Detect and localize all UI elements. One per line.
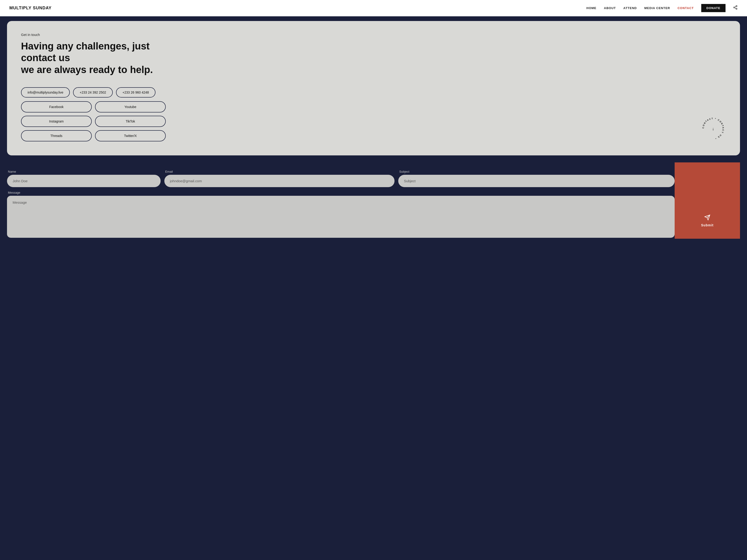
submit-panel: Submit: [675, 162, 740, 239]
svg-line-4: [735, 6, 736, 7]
name-field-group: Name: [7, 166, 161, 187]
subject-label: Subject: [398, 170, 675, 174]
twitter-button[interactable]: Twitter/X: [95, 130, 166, 141]
form-top-row: Name Email Subject: [7, 162, 675, 187]
nav-home[interactable]: HOME: [586, 6, 596, 10]
form-section: Name Email Subject Message: [0, 162, 747, 239]
page-wrapper: MULTIPLY SUNDAY HOME ABOUT ATTEND MEDIA …: [0, 0, 747, 239]
submit-label: Submit: [701, 223, 713, 227]
hero-card: Get in touch Having any challenges, just…: [7, 21, 740, 155]
svg-text:↓: ↓: [712, 127, 714, 131]
svg-line-3: [735, 8, 736, 8]
svg-point-1: [734, 7, 735, 8]
message-label: Message: [7, 191, 675, 194]
threads-button[interactable]: Threads: [21, 130, 92, 141]
nav-attend[interactable]: ATTEND: [623, 6, 637, 10]
navbar: MULTIPLY SUNDAY HOME ABOUT ATTEND MEDIA …: [0, 0, 747, 16]
nav-links: HOME ABOUT ATTEND MEDIA CENTER CONTACT D…: [586, 4, 738, 12]
subject-input[interactable]: [398, 175, 675, 187]
submit-button[interactable]: Submit: [701, 214, 713, 227]
email-input[interactable]: [164, 175, 395, 187]
get-in-touch-label: Get in touch: [21, 33, 726, 37]
name-input[interactable]: [7, 175, 161, 187]
donate-button[interactable]: DONATE: [701, 4, 725, 12]
tiktok-button[interactable]: TikTok: [95, 116, 166, 127]
site-logo: MULTIPLY SUNDAY: [9, 6, 52, 10]
share-button[interactable]: [733, 5, 738, 11]
facebook-button[interactable]: Facebook: [21, 101, 92, 112]
phone1-button[interactable]: +233 24 392 2502: [73, 87, 112, 98]
youtube-button[interactable]: Youtube: [95, 101, 166, 112]
nav-about[interactable]: ABOUT: [604, 6, 616, 10]
email-field-group: Email: [164, 166, 395, 187]
subject-field-group: Subject: [398, 166, 675, 187]
nav-contact[interactable]: CONTACT: [677, 6, 694, 10]
svg-point-2: [736, 8, 737, 9]
social-grid: Facebook Youtube Instagram TikTok Thread…: [21, 101, 166, 141]
message-field-group: Message: [7, 187, 675, 239]
fields-column: Name Email Subject Message: [7, 162, 675, 239]
instagram-button[interactable]: Instagram: [21, 116, 92, 127]
email-button[interactable]: info@multiplysunday.live: [21, 87, 70, 98]
email-label: Email: [164, 170, 395, 174]
name-label: Name: [7, 170, 161, 174]
form-and-submit: Name Email Subject Message: [7, 162, 740, 239]
svg-point-0: [736, 6, 737, 7]
hero-heading: Having any challenges, just contact us w…: [21, 41, 184, 76]
circular-badge: CONTACT * CONTACT US * ↓: [700, 116, 726, 141]
message-textarea[interactable]: [7, 196, 675, 238]
submit-icon: [704, 214, 710, 222]
hero-section: Get in touch Having any challenges, just…: [0, 16, 747, 162]
contact-info-row: info@multiplysunday.live +233 24 392 250…: [21, 87, 726, 98]
nav-media-center[interactable]: MEDIA CENTER: [644, 6, 670, 10]
phone2-button[interactable]: +233 26 960 4248: [116, 87, 155, 98]
